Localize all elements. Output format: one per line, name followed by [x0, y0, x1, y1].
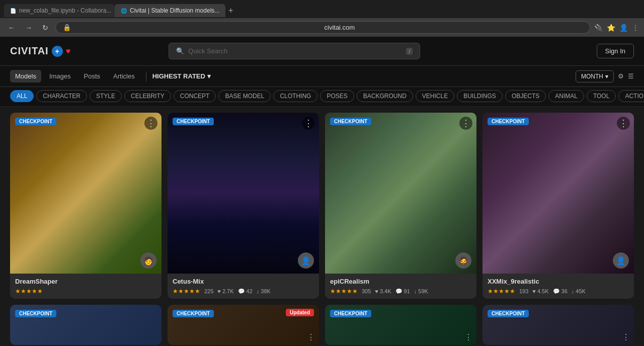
- rating-count: 193: [519, 288, 528, 294]
- extensions-icon[interactable]: 🔌: [594, 24, 603, 32]
- bottom-card-3[interactable]: CHECKPOINT ⋮: [325, 305, 476, 345]
- card-stats-xxmix: ★★★★★ 193 ♥ 4.5K 💬 36 ↓ 45K: [488, 288, 629, 295]
- cat-buildings[interactable]: BUILDINGS: [457, 90, 503, 102]
- comments-stat: 💬 91: [395, 288, 410, 295]
- site-header: CIVITAI + ♥ 🔍 Quick Search / Sign In: [0, 37, 644, 66]
- checkpoint-badge: CHECKPOINT: [173, 118, 214, 125]
- search-placeholder: Quick Search: [188, 47, 402, 55]
- bottom-card-2[interactable]: CHECKPOINT Updated ⋮: [168, 305, 319, 345]
- card-menu-bottom4[interactable]: ⋮: [622, 332, 630, 342]
- account-icon[interactable]: 👤: [619, 24, 628, 32]
- stars-icon: ★★★★★: [15, 288, 43, 295]
- bottom-card-4[interactable]: CHECKPOINT ⋮: [482, 305, 634, 345]
- comment-icon: 💬: [553, 288, 560, 295]
- cat-clothing[interactable]: CLOTHING: [273, 90, 317, 102]
- tab-posts[interactable]: Posts: [79, 70, 106, 82]
- comments-stat: 💬 36: [553, 288, 568, 295]
- download-icon: ↓: [257, 288, 260, 294]
- cat-animal[interactable]: ANIMAL: [548, 90, 584, 102]
- logo-text: CIVITAI: [10, 45, 49, 57]
- address-bar[interactable]: 🔒 civitai.com: [55, 21, 590, 34]
- checkpoint-badge: CHECKPOINT: [488, 310, 529, 317]
- address-text: civitai.com: [325, 24, 583, 31]
- card-name-dreamshaper: DreamShaper: [15, 278, 156, 285]
- likes-stat: ♥ 3.4K: [375, 288, 391, 294]
- header-search: 🔍 Quick Search /: [169, 43, 420, 59]
- search-box[interactable]: 🔍 Quick Search /: [169, 43, 420, 59]
- card-menu-xxmix[interactable]: ⋮: [617, 117, 630, 130]
- tab-images[interactable]: Images: [44, 70, 76, 82]
- tab-models[interactable]: Models: [10, 70, 41, 82]
- card-info-xxmix: XXMix_9realistic ★★★★★ 193 ♥ 4.5K 💬 36 ↓…: [482, 274, 634, 299]
- checkpoint-badge: CHECKPOINT: [15, 118, 56, 125]
- cat-poses[interactable]: POSES: [320, 90, 354, 102]
- cat-tool[interactable]: TOOL: [587, 90, 616, 102]
- period-dropdown[interactable]: MONTH ▾: [576, 70, 614, 82]
- period-chevron-icon: ▾: [605, 73, 608, 80]
- download-icon: ↓: [414, 288, 417, 294]
- stars-icon: ★★★★★: [173, 288, 200, 295]
- card-image-xxmix: CHECKPOINT ⋮ 👤: [482, 113, 634, 274]
- cat-base-model[interactable]: BASE MODEL: [218, 90, 271, 102]
- card-menu-epicrealism[interactable]: ⋮: [459, 117, 472, 130]
- cat-character[interactable]: CHARACTER: [36, 90, 87, 102]
- card-avatar-epicrealism: 🧔: [455, 252, 471, 269]
- lock-icon: 🔒: [63, 24, 321, 31]
- sort-dropdown[interactable]: HIGHEST RATED ▾: [152, 72, 211, 80]
- card-menu-dreamshaper[interactable]: ⋮: [144, 117, 157, 130]
- bottom-card-1[interactable]: CHECKPOINT: [10, 305, 162, 345]
- card-menu-cetus[interactable]: ⋮: [302, 117, 315, 130]
- downloads-stat: ↓ 38K: [257, 288, 271, 294]
- card-menu-bottom2[interactable]: ⋮: [307, 332, 315, 342]
- cat-style[interactable]: STYLE: [90, 90, 122, 102]
- card-info-dreamshaper: DreamShaper ★★★★★: [10, 274, 162, 299]
- model-card-dreamshaper[interactable]: CHECKPOINT ⋮ 🧑 DreamShaper ★★★★★: [10, 113, 162, 299]
- card-info-epicrealism: epiCRealism ★★★★★ 305 ♥ 3.4K 💬 91 ↓ 59K: [325, 274, 476, 299]
- civitai-tab-label: Civitai | Stable Diffusion models...: [130, 7, 219, 14]
- model-card-cetus[interactable]: CHECKPOINT ⋮ 👤 Cetus-Mix ★★★★★ 225 ♥ 2.7…: [168, 113, 319, 299]
- updated-badge: Updated: [286, 309, 314, 316]
- heart-icon: ♥: [375, 288, 378, 294]
- logo[interactable]: CIVITAI + ♥: [10, 45, 70, 57]
- search-shortcut: /: [406, 48, 413, 55]
- card-image-epicrealism: CHECKPOINT ⋮ 🧔: [325, 113, 476, 274]
- card-image-dreamshaper: CHECKPOINT ⋮ 🧑: [10, 113, 162, 274]
- comment-icon: 💬: [395, 288, 403, 295]
- heart-icon: ♥: [532, 288, 536, 294]
- likes-stat: ♥ 4.5K: [532, 288, 548, 294]
- cat-concept[interactable]: CONCEPT: [174, 90, 216, 102]
- tab-colab[interactable]: 📄 new_colab_file.ipynb - Collabora... ✕: [4, 4, 115, 17]
- browser-toolbar: ← → ↻ 🔒 civitai.com 🔌 ⭐ 👤 ⋮: [0, 18, 644, 37]
- logo-plus-icon: +: [52, 46, 63, 57]
- downloads-stat: ↓ 45K: [572, 288, 586, 294]
- cat-objects[interactable]: OBJECTS: [505, 90, 546, 102]
- period-label: MONTH: [581, 73, 603, 80]
- tab-articles[interactable]: Articles: [108, 70, 140, 82]
- browser-chrome: 📄 new_colab_file.ipynb - Collabora... ✕ …: [0, 0, 644, 37]
- comments-stat: 💬 42: [238, 288, 253, 295]
- filter-settings-icon[interactable]: ⚙: [618, 72, 624, 80]
- sort-chevron-icon: ▾: [207, 72, 211, 80]
- cat-celebrity[interactable]: CELEBRITY: [124, 90, 171, 102]
- back-button[interactable]: ←: [5, 22, 18, 34]
- layout-toggle-icon[interactable]: ☰: [628, 72, 634, 80]
- cat-action[interactable]: ACTION: [618, 90, 644, 102]
- refresh-button[interactable]: ↻: [39, 22, 51, 34]
- cat-background[interactable]: BACKGROUND: [357, 90, 413, 102]
- civitai-tab-close[interactable]: ✕: [224, 8, 225, 14]
- cat-all[interactable]: ALL: [10, 90, 34, 102]
- model-card-epicrealism[interactable]: CHECKPOINT ⋮ 🧔 epiCRealism ★★★★★ 305 ♥ 3…: [325, 113, 476, 299]
- card-info-cetus: Cetus-Mix ★★★★★ 225 ♥ 2.7K 💬 42 ↓ 38K: [168, 274, 319, 299]
- model-card-xxmix[interactable]: CHECKPOINT ⋮ 👤 XXMix_9realistic ★★★★★ 19…: [482, 113, 634, 299]
- tab-civitai[interactable]: 🌐 Civitai | Stable Diffusion models... ✕: [115, 4, 225, 17]
- menu-icon[interactable]: ⋮: [632, 24, 639, 32]
- new-tab-button[interactable]: +: [228, 6, 233, 15]
- card-menu-bottom3[interactable]: ⋮: [464, 332, 472, 342]
- card-name-epicrealism: epiCRealism: [330, 278, 471, 285]
- filter-right-actions: MONTH ▾ ⚙ ☰: [576, 70, 634, 82]
- browser-tabs: 📄 new_colab_file.ipynb - Collabora... ✕ …: [0, 0, 644, 18]
- cat-vehicle[interactable]: VEHICLE: [416, 90, 454, 102]
- sign-in-button[interactable]: Sign In: [597, 44, 634, 58]
- bookmark-icon[interactable]: ⭐: [607, 24, 615, 32]
- forward-button[interactable]: →: [22, 22, 35, 34]
